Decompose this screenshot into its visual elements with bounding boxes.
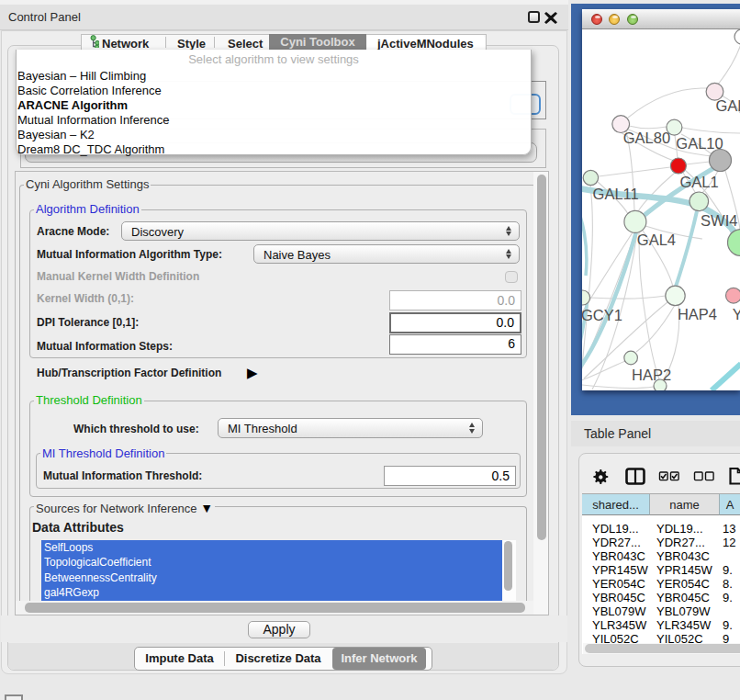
- svg-text:GAL: GAL: [716, 97, 740, 114]
- svg-text:Y: Y: [733, 306, 740, 322]
- svg-text:HAP2: HAP2: [632, 367, 671, 383]
- svg-text:HAP4: HAP4: [678, 306, 717, 322]
- svg-text:GAL80: GAL80: [623, 130, 670, 146]
- svg-text:SWI4: SWI4: [701, 212, 737, 229]
- svg-text:GCY1: GCY1: [582, 307, 622, 323]
- svg-text:GAL11: GAL11: [593, 186, 639, 202]
- svg-text:GAL4: GAL4: [637, 231, 676, 248]
- svg-text:GAL1: GAL1: [680, 174, 719, 190]
- svg-text:GAL10: GAL10: [676, 135, 723, 152]
